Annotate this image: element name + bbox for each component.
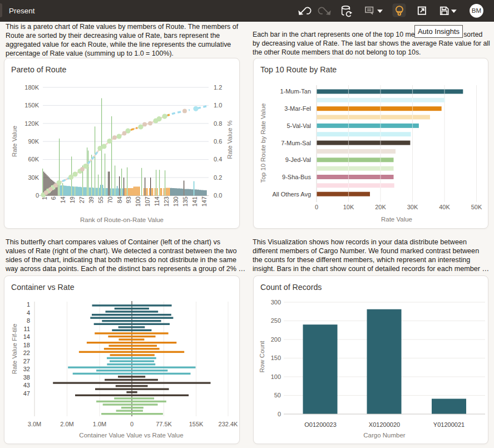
svg-text:39: 39 — [88, 196, 95, 203]
svg-text:180K: 180K — [24, 84, 39, 91]
svg-text:18: 18 — [23, 342, 30, 348]
svg-text:1.0M: 1.0M — [93, 421, 106, 427]
svg-text:Pareto of Route: Pareto of Route — [11, 65, 66, 74]
svg-text:0: 0 — [315, 204, 318, 210]
svg-text:0.0: 0.0 — [214, 192, 222, 199]
svg-text:22: 22 — [23, 349, 30, 356]
svg-text:27: 27 — [23, 358, 30, 365]
svg-text:200: 200 — [271, 336, 281, 343]
svg-text:0.4: 0.4 — [214, 156, 222, 163]
svg-text:90K: 90K — [28, 138, 39, 145]
svg-text:0.6: 0.6 — [214, 138, 222, 145]
svg-text:1-Mum-Tan: 1-Mum-Tan — [280, 88, 311, 95]
svg-text:Container vs Rate: Container vs Rate — [11, 283, 75, 292]
svg-text:43: 43 — [23, 382, 30, 388]
svg-text:135: 135 — [182, 196, 189, 206]
svg-text:0: 0 — [36, 192, 39, 199]
svg-text:27: 27 — [78, 196, 85, 203]
svg-text:84: 84 — [116, 196, 123, 203]
svg-text:250: 250 — [271, 317, 281, 324]
svg-text:1: 1 — [27, 301, 30, 308]
svg-text:123: 123 — [163, 196, 170, 206]
svg-text:155K: 155K — [189, 421, 204, 427]
svg-text:Cargo Number: Cargo Number — [363, 432, 406, 439]
svg-text:5-Val-Val: 5-Val-Val — [286, 122, 311, 129]
svg-text:4: 4 — [27, 309, 30, 316]
svg-text:38: 38 — [23, 374, 30, 381]
svg-text:0.8: 0.8 — [214, 120, 222, 127]
svg-text:3-Mar-Fel: 3-Mar-Fel — [284, 105, 311, 112]
svg-text:19: 19 — [69, 196, 76, 203]
svg-text:7-Mum-Sal: 7-Mum-Sal — [281, 140, 311, 146]
svg-text:300: 300 — [271, 299, 281, 306]
svg-text:Row Count: Row Count — [259, 341, 265, 373]
svg-text:30K: 30K — [28, 174, 39, 181]
svg-text:20K: 20K — [375, 204, 386, 210]
svg-text:130: 130 — [172, 196, 179, 206]
svg-text:47: 47 — [23, 390, 30, 397]
svg-text:32: 32 — [23, 366, 30, 372]
svg-text:100: 100 — [135, 196, 141, 206]
svg-text:40K: 40K — [439, 204, 450, 210]
svg-text:Count of Records: Count of Records — [260, 283, 322, 292]
svg-text:Rate Value %: Rate Value % — [226, 120, 233, 159]
svg-text:Rank of Route-on-Rate Value: Rank of Route-on-Rate Value — [80, 216, 164, 223]
svg-text:8: 8 — [27, 317, 30, 324]
svg-text:Top 10 Route by Rate Value: Top 10 Route by Rate Value — [260, 104, 266, 183]
svg-text:9-Jed-Val: 9-Jed-Val — [285, 156, 311, 163]
svg-text:11: 11 — [24, 326, 30, 332]
svg-text:All Others Avg: All Others Avg — [273, 191, 312, 198]
svg-text:60K: 60K — [28, 156, 39, 163]
svg-text:93: 93 — [126, 196, 132, 203]
svg-text:Container Value Value vs Rate: Container Value Value vs Rate Value — [79, 432, 183, 439]
svg-text:0: 0 — [130, 421, 134, 427]
svg-text:O01200023: O01200023 — [304, 421, 337, 428]
svg-text:120K: 120K — [24, 120, 39, 127]
svg-text:232.4K: 232.4K — [219, 421, 239, 427]
svg-text:30K: 30K — [407, 204, 418, 210]
svg-text:150K: 150K — [24, 102, 39, 109]
svg-text:141: 141 — [191, 196, 198, 206]
svg-text:Rate Value: Rate Value — [11, 126, 18, 157]
svg-text:3.0M: 3.0M — [28, 421, 41, 427]
svg-text:150: 150 — [271, 355, 281, 361]
svg-text:Top 10 Route by Rate: Top 10 Route by Rate — [260, 65, 337, 74]
svg-text:1.0: 1.0 — [214, 102, 222, 109]
svg-text:50: 50 — [274, 392, 281, 398]
svg-text:14: 14 — [60, 196, 66, 203]
svg-text:BM: BM — [472, 7, 481, 14]
svg-text:55: 55 — [97, 196, 104, 203]
svg-text:0: 0 — [278, 411, 281, 417]
svg-text:6: 6 — [51, 196, 57, 200]
svg-text:1.2: 1.2 — [214, 84, 222, 91]
svg-text:Rate Value: Rate Value — [381, 216, 412, 223]
svg-text:9-Sha-Bus: 9-Sha-Bus — [282, 174, 311, 180]
svg-text:50K: 50K — [471, 204, 482, 210]
svg-text:Y01200021: Y01200021 — [433, 421, 465, 428]
svg-text:X01200020: X01200020 — [369, 421, 400, 428]
svg-text:114: 114 — [154, 196, 160, 206]
svg-text:2.0M: 2.0M — [60, 421, 73, 427]
svg-text:Rate Value Fif-tile: Rate Value Fif-tile — [11, 324, 18, 375]
svg-text:0.2: 0.2 — [214, 174, 222, 181]
svg-text:100: 100 — [271, 373, 281, 380]
svg-text:147: 147 — [201, 196, 208, 206]
svg-text:107: 107 — [144, 196, 151, 206]
svg-text:77.5K: 77.5K — [156, 421, 172, 427]
svg-text:70: 70 — [107, 196, 113, 203]
svg-text:14: 14 — [23, 333, 30, 340]
svg-text:10K: 10K — [343, 204, 354, 210]
